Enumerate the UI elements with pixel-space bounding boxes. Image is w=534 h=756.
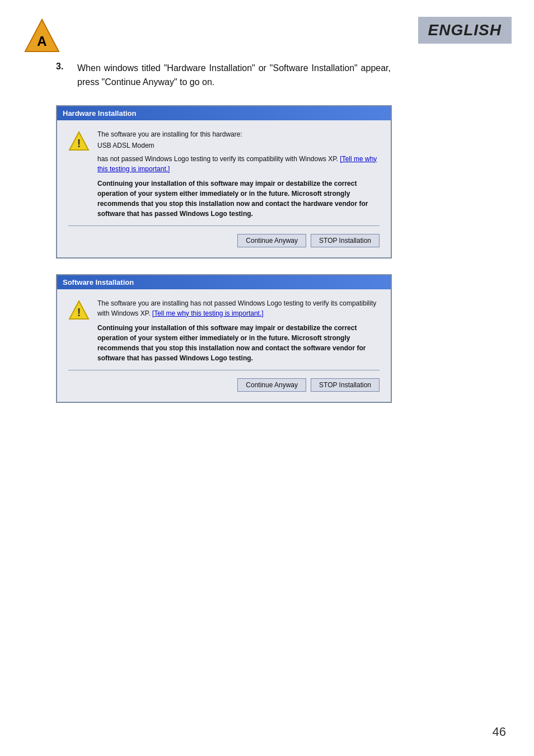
hardware-line2-text: has not passed Windows Logo testing to v… (97, 155, 340, 163)
hardware-line1: The software you are installing for this… (97, 129, 380, 139)
hardware-continue-anyway-button[interactable]: Continue Anyway (237, 234, 306, 247)
step-section: 3. When windows titled "Hardware Install… (56, 62, 512, 90)
software-installation-dialog: Software Installation ! The software you… (56, 274, 392, 403)
software-stop-installation-button[interactable]: STOP Installation (311, 378, 380, 392)
hardware-bold-text: Continuing your installation of this sof… (97, 179, 380, 219)
svg-text:!: ! (77, 306, 81, 318)
software-continue-anyway-button[interactable]: Continue Anyway (237, 378, 306, 392)
svg-text:!: ! (77, 137, 81, 149)
hardware-line2: has not passed Windows Logo testing to v… (97, 154, 380, 174)
software-dialog-titlebar: Software Installation (57, 275, 391, 289)
hardware-stop-installation-button[interactable]: STOP Installation (311, 234, 380, 247)
header-area: A ENGLISH (22, 17, 512, 56)
svg-text:A: A (37, 34, 46, 49)
step-text: 3. When windows titled "Hardware Install… (56, 62, 512, 90)
english-badge: ENGLISH (418, 17, 512, 44)
software-warning-icon: ! (68, 299, 90, 321)
hardware-dialog-content-row: ! The software you are installing for th… (68, 129, 380, 219)
hardware-warning-icon: ! (68, 130, 90, 152)
page-number: 46 (493, 725, 506, 739)
page-container: A ENGLISH 3. When windows titled "Hardwa… (0, 0, 534, 756)
hardware-dialog-title: Hardware Installation (63, 109, 136, 118)
software-dialog-text-block: The software you are installing has not … (97, 298, 380, 363)
software-line1-link[interactable]: [Tell me why this testing is important.] (152, 309, 264, 317)
software-bold-text: Continuing your installation of this sof… (97, 323, 380, 363)
software-dialog-title: Software Installation (63, 278, 134, 287)
hardware-dialog-titlebar: Hardware Installation (57, 106, 391, 120)
step-number: 3. (56, 62, 69, 72)
software-dialog-body: ! The software you are installing has no… (57, 289, 391, 402)
step-description: When windows titled "Hardware Installati… (77, 62, 391, 90)
logo-area: A (22, 17, 62, 56)
software-dialog-content-row: ! The software you are installing has no… (68, 298, 380, 363)
software-divider (68, 370, 380, 370)
hardware-device-name: USB ADSL Modem (97, 142, 380, 149)
hardware-divider (68, 226, 380, 226)
software-line1: The software you are installing has not … (97, 298, 380, 318)
hardware-installation-dialog: Hardware Installation ! The software you… (56, 105, 392, 259)
hardware-dialog-body: ! The software you are installing for th… (57, 120, 391, 257)
hardware-dialog-text-block: The software you are installing for this… (97, 129, 380, 219)
logo-icon: A (22, 17, 62, 56)
hardware-dialog-buttons: Continue Anyway STOP Installation (68, 232, 380, 251)
software-dialog-buttons: Continue Anyway STOP Installation (68, 376, 380, 395)
